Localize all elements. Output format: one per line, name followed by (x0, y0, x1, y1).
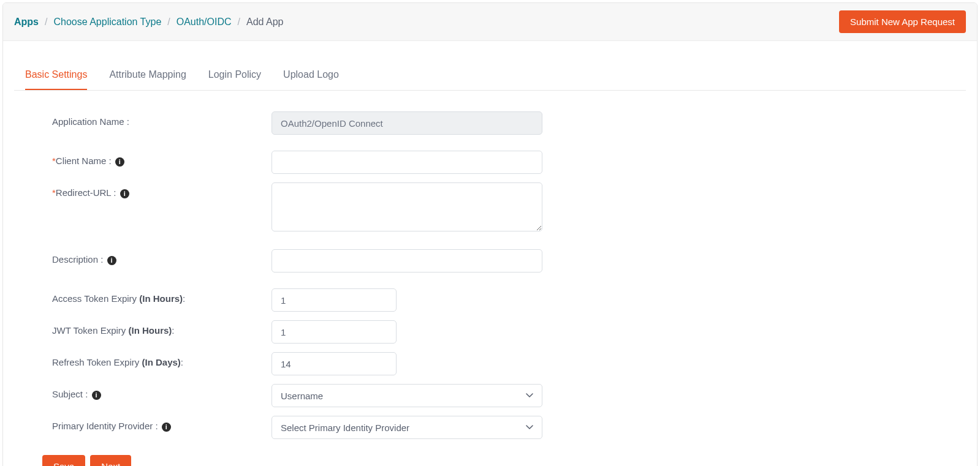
tab-login-policy[interactable]: Login Policy (208, 62, 261, 90)
application-name-label: Application Name : (52, 111, 272, 127)
tabs: Basic Settings Attribute Mapping Login P… (14, 62, 966, 91)
info-icon[interactable]: i (92, 391, 101, 400)
form-actions: Save Next (14, 455, 966, 466)
info-icon[interactable]: i (120, 189, 129, 198)
breadcrumb-separator: / (45, 17, 47, 28)
jwt-token-label: JWT Token Expiry (In Hours): (52, 320, 272, 336)
save-button[interactable]: Save (42, 455, 85, 466)
primary-idp-label: Primary Identity Provider : i (52, 416, 272, 432)
info-icon[interactable]: i (107, 256, 116, 265)
access-token-label: Access Token Expiry (In Hours): (52, 288, 272, 304)
breadcrumb-separator: / (238, 17, 240, 28)
form: Application Name : *Client Name : i *Red… (14, 91, 966, 439)
application-name-input (272, 111, 542, 135)
breadcrumb-separator: / (167, 17, 170, 28)
tab-upload-logo[interactable]: Upload Logo (283, 62, 339, 90)
redirect-url-input[interactable] (272, 182, 542, 231)
subject-select[interactable]: Username (272, 384, 542, 407)
info-icon[interactable]: i (115, 157, 124, 167)
access-token-input[interactable] (272, 288, 397, 312)
primary-idp-select[interactable]: Select Primary Identity Provider (272, 416, 542, 439)
description-label: Description : i (52, 249, 272, 265)
tab-basic-settings[interactable]: Basic Settings (25, 62, 87, 90)
refresh-token-label: Refresh Token Expiry (In Days): (52, 352, 272, 367)
refresh-token-input[interactable] (272, 352, 397, 375)
breadcrumb-oauth[interactable]: OAuth/OIDC (177, 17, 232, 28)
breadcrumb: Apps / Choose Application Type / OAuth/O… (14, 17, 284, 28)
client-name-label: *Client Name : i (52, 151, 272, 167)
breadcrumb-current: Add App (246, 17, 284, 28)
info-icon[interactable]: i (162, 423, 171, 432)
submit-new-app-button[interactable]: Submit New App Request (839, 10, 966, 33)
client-name-input[interactable] (272, 151, 542, 174)
next-button[interactable]: Next (90, 455, 131, 466)
description-input[interactable] (272, 249, 542, 272)
breadcrumb-choose-type[interactable]: Choose Application Type (53, 17, 161, 28)
subject-label: Subject : i (52, 384, 272, 400)
topbar: Apps / Choose Application Type / OAuth/O… (3, 3, 977, 41)
breadcrumb-apps[interactable]: Apps (14, 17, 39, 28)
tab-attribute-mapping[interactable]: Attribute Mapping (109, 62, 186, 90)
redirect-url-label: *Redirect-URL : i (52, 182, 272, 198)
jwt-token-input[interactable] (272, 320, 397, 344)
